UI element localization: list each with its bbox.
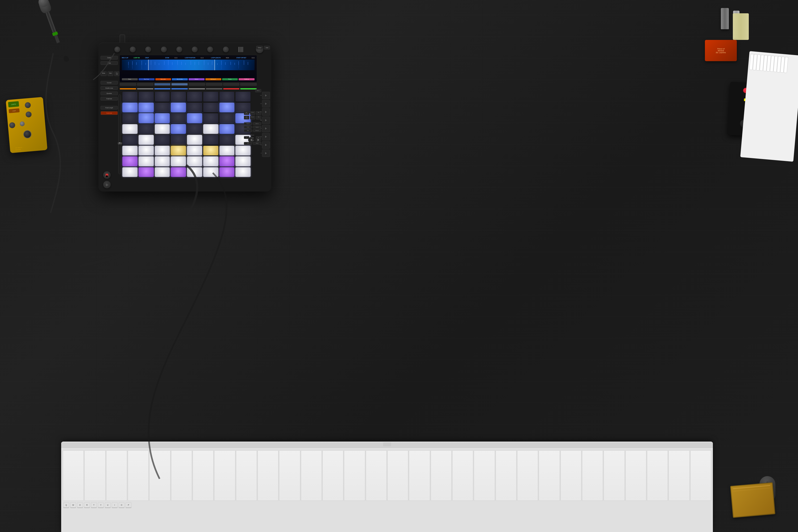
knob-5[interactable] <box>176 46 182 52</box>
pad-r6-c1[interactable] <box>122 146 137 156</box>
add-device-button[interactable]: Add Device <box>244 111 249 115</box>
pad-r6-c7[interactable] <box>220 146 234 156</box>
scene-btn-6[interactable] <box>262 133 270 140</box>
pad-r2-c1[interactable] <box>122 103 137 113</box>
browse-button[interactable]: Browse <box>250 116 255 119</box>
vertical-slider[interactable] <box>118 94 121 174</box>
knob-8[interactable] <box>223 46 229 52</box>
pad-r2-c6[interactable] <box>203 103 218 113</box>
pad-r4-c3[interactable] <box>155 124 170 134</box>
knob-3[interactable] <box>145 46 151 52</box>
pad-r6-c4[interactable] <box>171 146 186 156</box>
record-button[interactable]: ● <box>103 171 111 179</box>
add-track-button[interactable]: Add Track <box>244 116 249 119</box>
scene-btn-1[interactable] <box>262 92 270 99</box>
pad-r6-c8[interactable] <box>235 146 251 156</box>
repeat-button[interactable]: Repeat <box>244 122 252 125</box>
soft-btn-1[interactable] <box>120 83 136 86</box>
pad-r1-c5[interactable] <box>187 92 202 101</box>
key-o[interactable]: O <box>119 502 125 508</box>
pad-r5-c4[interactable] <box>171 135 186 145</box>
soft-btn-2[interactable] <box>137 83 153 86</box>
key-9[interactable] <box>236 450 257 501</box>
pad-r2-c3[interactable] <box>155 103 170 113</box>
pad-r2-c4[interactable] <box>171 103 186 113</box>
key-21[interactable] <box>496 450 517 501</box>
scene-btn-3[interactable] <box>262 108 270 116</box>
key-16[interactable] <box>387 450 408 501</box>
page-left-button[interactable]: ◂ <box>244 136 249 139</box>
pad-r1-c8[interactable] <box>235 92 251 101</box>
pad-r3-c6[interactable] <box>203 113 218 123</box>
key-3[interactable] <box>106 450 127 501</box>
soft-btn-6[interactable] <box>206 83 222 86</box>
mute-button[interactable]: Mute <box>100 71 107 76</box>
double-loop-button[interactable]: Double Loop <box>100 86 118 90</box>
soft-btn-3[interactable] <box>154 83 171 86</box>
key-13[interactable] <box>322 450 343 501</box>
key-23[interactable] <box>539 450 560 501</box>
key-17[interactable] <box>409 450 430 501</box>
pad-r8-c8[interactable] <box>235 167 251 177</box>
pad-r7-c5[interactable] <box>187 156 202 166</box>
key-w[interactable]: W <box>70 502 76 508</box>
knob-4[interactable] <box>161 46 167 52</box>
pad-r4-c5[interactable] <box>187 124 202 134</box>
key-4[interactable] <box>128 450 149 501</box>
user-button[interactable]: User <box>264 46 270 50</box>
pad-r7-c4[interactable] <box>171 156 186 166</box>
pad-r2-c2[interactable] <box>138 103 154 113</box>
key-y[interactable]: Y <box>98 502 104 508</box>
key-10[interactable] <box>258 450 279 501</box>
key-18[interactable] <box>431 450 452 501</box>
pad-r6-c2[interactable] <box>138 146 154 156</box>
pad-r5-c3[interactable] <box>155 135 170 145</box>
soft-btn-8[interactable] <box>240 83 257 86</box>
pad-r1-c7[interactable] <box>220 92 234 101</box>
pad-r7-c3[interactable] <box>155 156 170 166</box>
pad-r1-c3[interactable] <box>155 92 170 101</box>
duplicate-button[interactable]: Duplicate <box>100 97 118 100</box>
key-24[interactable] <box>560 450 582 501</box>
pad-r8-c4[interactable] <box>171 167 186 177</box>
knob-6[interactable] <box>192 46 198 52</box>
key-e[interactable]: E <box>77 502 83 508</box>
key-15[interactable] <box>366 450 387 501</box>
key-q[interactable]: Q <box>63 502 69 508</box>
pad-r1-c2[interactable] <box>138 92 154 101</box>
pad-r8-c7[interactable] <box>220 167 234 177</box>
pad-r4-c7[interactable] <box>220 124 234 134</box>
key-25[interactable] <box>582 450 603 501</box>
pad-r1-c4[interactable] <box>171 92 186 101</box>
scale-button[interactable]: Scale <box>244 126 252 129</box>
key-26[interactable] <box>604 450 625 501</box>
key-p[interactable]: P <box>126 502 131 508</box>
delete-button[interactable]: Delete <box>100 56 118 60</box>
pad-r6-c6[interactable] <box>203 146 218 156</box>
play-button[interactable]: ▷ <box>103 181 111 188</box>
shift-button[interactable]: Shift <box>244 142 252 145</box>
soft-btn-4[interactable] <box>171 83 188 86</box>
pad-r2-c8[interactable] <box>235 103 251 113</box>
note-button[interactable]: Note <box>244 129 252 132</box>
key-2[interactable] <box>84 450 105 501</box>
pad-r4-c1[interactable] <box>122 124 137 134</box>
knob-1[interactable] <box>114 46 120 52</box>
key-29[interactable] <box>668 450 689 501</box>
pad-r1-c1[interactable] <box>122 92 137 101</box>
pad-r2-c5[interactable] <box>187 103 202 113</box>
scene-btn-5[interactable] <box>262 125 270 132</box>
key-27[interactable] <box>625 450 646 501</box>
knob-2[interactable] <box>130 46 136 52</box>
pad-r5-c1[interactable] <box>122 135 137 145</box>
scene-btn-4[interactable] <box>262 116 270 124</box>
pad-r4-c2[interactable] <box>138 124 154 134</box>
pad-r7-c7[interactable] <box>220 156 234 166</box>
pad-r7-c1[interactable] <box>122 156 137 166</box>
automate-button[interactable]: Automate <box>100 111 118 115</box>
pad-r8-c2[interactable] <box>138 167 154 177</box>
soft-btn-7[interactable] <box>223 83 240 86</box>
pad-r5-c6[interactable] <box>203 135 218 145</box>
key-i[interactable]: I <box>112 502 118 508</box>
pad-r3-c5[interactable] <box>187 113 202 123</box>
